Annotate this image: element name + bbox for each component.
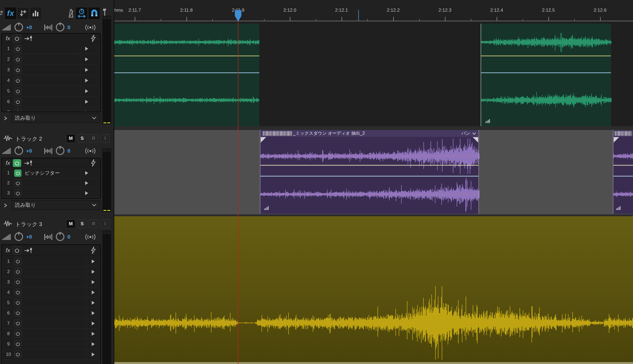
pan-envelope[interactable]	[613, 176, 633, 177]
clip-gain-icon[interactable]	[485, 119, 490, 123]
fx-slot-power-button[interactable]	[14, 320, 21, 327]
track1-expander-chevron[interactable]	[3, 116, 8, 121]
lightning-icon[interactable]	[90, 246, 96, 254]
track1-rack-power-button[interactable]	[13, 35, 21, 42]
fx-slot-power-button[interactable]	[14, 330, 21, 337]
fx-slot-options-arrow[interactable]	[87, 277, 99, 287]
fx-slot-power-button[interactable]	[14, 278, 21, 286]
fx-slot-power-button[interactable]	[14, 180, 21, 187]
track2-pan-knob[interactable]	[55, 145, 65, 157]
rack-scrollbar-track[interactable]	[93, 54, 99, 64]
track3-input-button[interactable]: I	[100, 220, 110, 228]
fx-slot-options-arrow[interactable]	[87, 349, 99, 359]
volume-envelope[interactable]	[260, 165, 478, 166]
track2-gain-value[interactable]: +0	[26, 148, 32, 154]
rack-scrollbar-track[interactable]	[93, 86, 99, 96]
fx-slot-power-button[interactable]	[14, 309, 21, 317]
timeline-bottom-strip[interactable]	[114, 362, 633, 364]
mixer-levels-button[interactable]	[30, 7, 42, 20]
clip-title-bar[interactable]	[613, 130, 633, 137]
track2-solo-button[interactable]: S	[78, 134, 87, 143]
fx-slot-options-arrow[interactable]	[87, 308, 99, 318]
track1-pan-value[interactable]: 0	[67, 24, 70, 30]
fx-slot-effect-name[interactable]: ピッチシフター	[25, 170, 80, 176]
fx-slot-options-arrow[interactable]	[87, 339, 99, 349]
track3-pan-value[interactable]: 0	[67, 234, 70, 240]
track3-gain-value[interactable]: +0	[26, 234, 32, 240]
fx-slot-power-button[interactable]	[14, 98, 21, 106]
fx-slot-options-arrow[interactable]	[80, 54, 93, 64]
clip-pan-dropdown[interactable]: パン	[460, 131, 476, 136]
snap-magnet-button[interactable]	[88, 7, 100, 20]
track2-main-clip[interactable]: _ミックスダウン オーディオ 抽出_2 パン	[260, 130, 479, 214]
volume-envelope[interactable]	[481, 55, 611, 56]
track1-gain-value[interactable]: +0	[26, 24, 32, 30]
rack-scrollbar-track[interactable]	[93, 107, 99, 111]
pan-envelope[interactable]	[260, 176, 478, 177]
track3-lane[interactable]	[114, 216, 633, 364]
lightning-icon[interactable]	[90, 159, 96, 167]
fx-slot-power-button[interactable]	[14, 45, 21, 53]
track3-solo-button[interactable]: S	[78, 220, 87, 228]
track1-clip-right[interactable]	[481, 24, 611, 126]
fx-slot-power-button[interactable]	[14, 340, 21, 348]
routing-button[interactable]	[17, 7, 29, 20]
fx-slot-power-button[interactable]	[14, 56, 21, 63]
fx-slot-power-button[interactable]	[14, 289, 21, 296]
track2-mute-button[interactable]: M	[66, 134, 75, 143]
track3-mute-button[interactable]: M	[66, 220, 75, 228]
fx-slot-options-arrow[interactable]	[80, 107, 93, 111]
lightning-icon[interactable]	[90, 35, 96, 42]
rack-scrollbar-track[interactable]	[93, 44, 99, 54]
fx-slot-options-arrow[interactable]	[80, 178, 93, 188]
fx-slot-power-button[interactable]	[14, 66, 21, 74]
rack-scrollbar-track[interactable]	[93, 97, 99, 107]
stretch-clock-button[interactable]	[76, 7, 88, 20]
fx-slot-power-button[interactable]	[14, 268, 21, 275]
time-ruler[interactable]: hms 2:11.72:11.82:11.92:12.02:12.12:12.2…	[114, 0, 633, 21]
track2-lane[interactable]: _ミックスダウン オーディオ 抽出_2 パン	[114, 130, 633, 214]
panel-timeline-divider[interactable]	[114, 0, 114, 364]
metronome-icon[interactable]	[66, 8, 76, 19]
fx-slot-options-arrow[interactable]	[80, 44, 93, 54]
fx-slot-options-arrow[interactable]	[80, 97, 93, 107]
track3-rack-power-button[interactable]	[13, 246, 21, 254]
fx-slot-power-button[interactable]	[14, 109, 21, 112]
fx-slot-power-button[interactable]	[14, 77, 21, 84]
track1-automation-mode-dropdown[interactable]: 読み取り	[11, 113, 100, 123]
clip-gain-icon[interactable]	[264, 206, 269, 210]
fade-in-handle[interactable]	[614, 137, 619, 143]
fx-slot-options-arrow[interactable]	[87, 287, 99, 297]
track3-pan-knob[interactable]	[55, 231, 65, 243]
clip-gain-icon[interactable]	[616, 206, 621, 210]
fx-slot-power-button[interactable]	[14, 299, 21, 306]
fx-slot-options-arrow[interactable]	[80, 86, 93, 96]
rack-scrollbar-track[interactable]	[93, 65, 99, 75]
fx-slot-options-arrow[interactable]	[80, 168, 93, 178]
track2-automation-mode-dropdown[interactable]: 読み取り	[11, 200, 100, 210]
fx-slot-power-button[interactable]	[14, 258, 21, 265]
track2-gain-knob[interactable]	[14, 145, 24, 157]
rack-scrollbar-track[interactable]	[93, 178, 99, 188]
clipped-transport-icon[interactable]	[0, 8, 4, 20]
fx-slot-options-arrow[interactable]	[87, 267, 99, 277]
rack-scrollbar-track[interactable]	[93, 75, 99, 86]
fx-slot-options-arrow[interactable]	[87, 298, 99, 308]
pan-envelope[interactable]	[481, 72, 611, 73]
fx-slot-power-button[interactable]	[14, 88, 21, 95]
fx-slot-options-arrow[interactable]	[87, 318, 99, 328]
track2-name[interactable]: トラック 2	[15, 135, 42, 143]
fx-slot-options-arrow[interactable]	[80, 75, 93, 86]
volume-envelope[interactable]	[613, 165, 633, 166]
fx-slot-power-button[interactable]	[14, 190, 21, 197]
track2-expander-chevron[interactable]	[3, 203, 8, 208]
track1-pan-knob[interactable]	[55, 22, 65, 33]
track3-record-button[interactable]: R	[89, 220, 98, 228]
track2-record-button[interactable]: R	[89, 134, 98, 143]
track3-name[interactable]: トラック 3	[15, 221, 42, 228]
fx-slot-options-arrow[interactable]	[80, 65, 93, 75]
clip-title-bar[interactable]: _ミックスダウン オーディオ 抽出_2 パン	[260, 130, 478, 137]
ruler-blue-marker[interactable]	[358, 10, 359, 21]
show-effects-rack-button[interactable]: fx	[5, 7, 17, 20]
track2-input-button[interactable]: I	[100, 134, 110, 143]
